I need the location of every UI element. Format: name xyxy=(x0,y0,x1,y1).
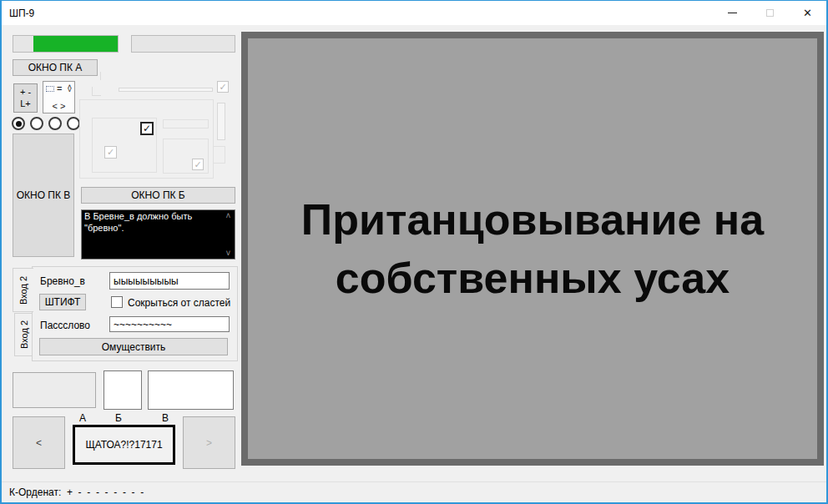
maximize-icon xyxy=(766,9,774,17)
groupbox-line xyxy=(100,72,101,80)
minimize-button[interactable] xyxy=(714,1,751,25)
checkbox-disabled-left: ✓ xyxy=(104,146,117,159)
brevno-input[interactable]: ыыыыыыыыы xyxy=(109,272,230,290)
check-icon: ✓ xyxy=(219,83,226,92)
tab-vhod2-top[interactable]: Вход 2 xyxy=(13,268,33,312)
window-title: ШП-9 xyxy=(2,8,714,19)
tab-label: Вход 2 xyxy=(18,275,28,304)
okno-pk-a-button[interactable]: ОКНО ПК А xyxy=(13,59,98,76)
disabled-field xyxy=(163,119,209,129)
app-window: ШП-9 ✕ ОКНО ПК А + - L+ = ˄ ˅ < > xyxy=(0,0,828,504)
bottom-white-box-small xyxy=(104,370,142,410)
next-button: > xyxy=(183,416,235,469)
check-icon: ✓ xyxy=(143,123,151,134)
bottom-gray-box xyxy=(13,372,96,408)
tab-vhod2-bottom[interactable]: Вход 2 xyxy=(14,313,33,356)
prev-button[interactable]: < xyxy=(13,416,65,469)
title-bar: ШП-9 ✕ xyxy=(2,1,826,25)
plus-minus-line1: + - xyxy=(20,87,31,98)
minimize-icon xyxy=(728,13,737,13)
radio-option-3[interactable] xyxy=(48,117,62,130)
horizontal-trackbar xyxy=(119,88,213,92)
tab-label: Вход 2 xyxy=(19,320,29,349)
spin-down-icon: ˅ xyxy=(68,88,72,93)
plus-minus-line2: L+ xyxy=(20,98,31,109)
check-icon: ✓ xyxy=(107,148,114,157)
shtift-button[interactable]: ШТИФТ xyxy=(39,294,86,310)
checkbox-enabled[interactable]: ✓ xyxy=(140,122,154,135)
shatoa-button[interactable]: ЩАТОА?!?17171 xyxy=(73,425,175,465)
marker-b-label: Б xyxy=(115,412,122,424)
close-button[interactable]: ✕ xyxy=(789,1,826,25)
radio-option-4[interactable] xyxy=(67,117,80,130)
status-bar: К-Орденат: + - - - - - - - - xyxy=(2,481,826,502)
console-text: В Бревне_в должно быть "бревно". xyxy=(84,211,222,258)
symbol-tool-button[interactable]: = ˄ ˅ < > xyxy=(43,81,75,113)
submit-button[interactable]: Омуществить xyxy=(39,338,228,355)
dotted-rect-icon xyxy=(46,86,54,92)
console-scrollbar[interactable]: ˄ ˅ xyxy=(223,211,234,258)
scroll-down-icon[interactable]: ˅ xyxy=(226,249,231,258)
scroll-up-icon[interactable]: ˄ xyxy=(226,211,231,220)
radio-option-2[interactable] xyxy=(30,117,43,130)
equals-icon: = xyxy=(57,83,62,93)
bottom-white-box-large xyxy=(148,370,234,410)
password-label: Пассслово xyxy=(40,320,90,331)
display-panel: Пританцовывание на собственных усах xyxy=(241,32,824,466)
radio-option-1[interactable] xyxy=(12,117,25,130)
checkbox-disabled-right: ✓ xyxy=(192,159,204,170)
close-icon: ✕ xyxy=(803,8,812,18)
marker-a-label: А xyxy=(79,412,86,424)
angle-brackets-icon: < > xyxy=(53,101,66,111)
okno-pk-b-button[interactable]: ОКНО ПК Б xyxy=(81,187,235,204)
progress-bar-empty xyxy=(131,35,235,53)
vertical-trackbar xyxy=(217,103,225,140)
groupbox-corner xyxy=(92,87,101,96)
radio-dot xyxy=(16,121,22,127)
okno-pk-v-label: ОКНО ПК В xyxy=(17,189,71,201)
plus-minus-button[interactable]: + - L+ xyxy=(13,83,38,113)
hide-checkbox[interactable] xyxy=(111,296,123,308)
password-input[interactable]: ~~~~~~~~~~ xyxy=(109,316,230,332)
brevno-label: Бревно_в xyxy=(40,275,85,287)
checkbox-top-right: ✓ xyxy=(217,81,229,93)
display-text: Пританцовывание на собственных усах xyxy=(257,190,808,307)
spinner-icon: ˄ ˅ xyxy=(68,85,72,93)
progress-bar-fill xyxy=(33,36,118,52)
status-text: К-Орденат: + - - - - - - - - xyxy=(2,486,144,498)
progress-bar-active xyxy=(13,35,119,53)
okno-pk-v-panel[interactable]: ОКНО ПК В xyxy=(13,134,74,257)
group-notch xyxy=(213,146,225,164)
hide-checkbox-label: Сокрыться от сластей xyxy=(128,297,230,309)
marker-v-label: В xyxy=(162,412,169,424)
maximize-button xyxy=(751,1,789,25)
message-console: В Бревне_в должно быть "бревно". ˄ ˅ xyxy=(81,209,235,260)
check-icon: ✓ xyxy=(194,160,201,169)
window-controls: ✕ xyxy=(714,1,826,25)
